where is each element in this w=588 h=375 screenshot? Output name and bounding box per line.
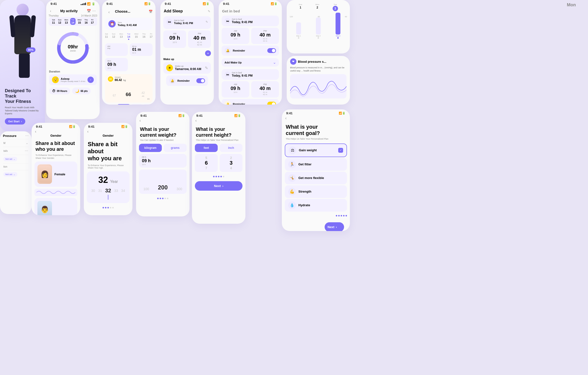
weight-scroll-area[interactable]: 100 200 300	[139, 169, 187, 194]
pressure-menu[interactable]: ⋯	[25, 134, 29, 138]
age-32-active[interactable]: 32	[105, 188, 111, 194]
back-icon[interactable]: ‹	[50, 9, 51, 13]
ds-tue[interactable]: Tue14	[127, 33, 130, 40]
wsa-200-active[interactable]: 200	[158, 184, 168, 191]
activity-card: 9:41 📶 🔋 ‹ My activity 📅 ⋯ Thursday 14 M…	[46, 0, 100, 119]
kilograms-btn[interactable]: kilograms	[117, 104, 130, 105]
kg-button[interactable]: kilogram	[139, 144, 162, 152]
goal-flexible[interactable]: 🤸 Get more flexible	[285, 172, 347, 184]
back-button-3[interactable]: ‹	[105, 8, 113, 15]
weight-info: Weight 66.42 kg	[115, 76, 126, 82]
goal-strength[interactable]: 💪 Strength	[285, 185, 347, 198]
wp-66-active[interactable]: 66	[126, 92, 131, 97]
hsr-feet[interactable]: 5 6 7	[195, 154, 218, 172]
grams-button[interactable]: grams	[164, 144, 187, 152]
inch-button[interactable]: inch	[220, 144, 242, 152]
back-button-12[interactable]: ‹	[282, 114, 290, 121]
ds-thu[interactable]: Thu16	[142, 33, 146, 40]
not-set-btn-1[interactable]: Not set ⌄	[3, 157, 17, 161]
wsa-100[interactable]: 100	[143, 187, 149, 191]
day-sun[interactable]: Sun12	[57, 18, 63, 25]
asleep-card[interactable]: 😴 Asleep People usually need 7–9 hrs ›	[49, 74, 97, 85]
back-button-8[interactable]: ‹	[32, 127, 40, 134]
stone-btn[interactable]: stone	[143, 104, 153, 105]
calendar-icon-3[interactable]: 📅	[149, 10, 153, 13]
ds-wed[interactable]: Wed15	[134, 33, 138, 40]
weight-picker[interactable]: 67 66 .42.43	[108, 83, 150, 97]
rem-bed-icon: 🛏	[224, 18, 230, 24]
day-wed[interactable]: Wed15	[76, 18, 82, 25]
age-34[interactable]: 34	[121, 189, 125, 193]
ds-mon[interactable]: Mon13	[119, 33, 123, 40]
ds-fri[interactable]: Fri17	[150, 33, 153, 40]
ds-sun[interactable]: Sun12	[112, 33, 116, 40]
goals-next-button[interactable]: Next ›	[325, 222, 344, 231]
day-fri[interactable]: Fri17	[90, 18, 95, 25]
rem-bed-info-2: Get in bed Today, 9:41 PM	[232, 71, 253, 77]
goals-card: 9:41 📶🔋 ‹ What is yourcurrent goal? This…	[282, 110, 350, 231]
wsa-nums-row[interactable]: 100 200 300	[139, 172, 187, 191]
back-button-9[interactable]: ‹	[84, 127, 92, 134]
age-scroll-row[interactable]: 30 31 32 33 34	[90, 188, 126, 194]
weight-units-row[interactable]: kilograms pounds stone	[105, 104, 153, 105]
details-menu[interactable]: ⋯	[25, 149, 28, 153]
age-picker-area[interactable]: 32 Year 30 31 32 33 34	[87, 171, 129, 203]
wsa-300[interactable]: 300	[176, 187, 182, 191]
next-button-11[interactable]: Next ›	[195, 181, 242, 191]
wp-67[interactable]: 67	[113, 94, 116, 97]
back-button-10[interactable]: ‹	[136, 116, 144, 123]
hsr-inch[interactable]: 2 3 4	[220, 154, 242, 172]
time-value: Today, 9:41 AM	[118, 23, 137, 26]
goal-gain-weight[interactable]: ⚖ Gain weight ✓	[285, 143, 347, 157]
gender-wave	[34, 189, 77, 196]
age-31[interactable]: 31	[98, 189, 102, 193]
dot-1	[298, 37, 299, 39]
pressure-title: Pressure	[3, 134, 17, 138]
not-set-btn-2[interactable]: Not set ⌄	[3, 172, 17, 176]
get-started-button[interactable]: Get Start ›	[5, 118, 25, 124]
reminder-toggle-5b[interactable]	[267, 102, 276, 105]
bed-edit-icon[interactable]: ✎	[206, 20, 208, 23]
stats-row: ⏱ 09 Hours 🌙 66 pts	[46, 88, 100, 94]
male-card[interactable]: 👨	[34, 198, 77, 215]
reminder-toggle-5[interactable]	[267, 48, 276, 53]
age-33[interactable]: 33	[114, 189, 118, 193]
asleep-arrow-button[interactable]: ›	[87, 77, 94, 83]
clock-hours: 09hr	[68, 44, 78, 50]
feet-button[interactable]: feet	[195, 144, 218, 152]
age-30[interactable]: 30	[91, 189, 95, 193]
goal-hydrate[interactable]: 💧 Hydrate	[285, 199, 347, 211]
female-card[interactable]: 👩 Female	[34, 162, 77, 187]
goal-get-fitter[interactable]: 🏃 Get fitter	[285, 158, 347, 171]
reminder-toggle-4[interactable]	[196, 78, 205, 83]
edit-icon-4[interactable]: ✎	[208, 10, 210, 13]
status-bar-11: 9:41 📶🔋	[192, 112, 245, 118]
bp-chart	[290, 74, 346, 99]
day-scroll-3[interactable]: Sat11 Sun12 Mon13 Tue14 Wed15 Thu16 Fri1…	[102, 32, 156, 41]
calendar-icon[interactable]: 📅	[87, 9, 91, 13]
day-sat[interactable]: Sat11	[51, 18, 56, 25]
gender-section-title-8: Share a bit aboutwho you are	[32, 138, 80, 154]
wd-tue-active[interactable]: Tue3	[333, 3, 338, 11]
wd-sun[interactable]: Sun1	[299, 3, 302, 11]
pounds-btn[interactable]: pounds	[131, 104, 142, 105]
gain-weight-check: ✓	[338, 148, 343, 153]
plus-button-4[interactable]: +	[205, 50, 211, 56]
chevron-down-add-wake[interactable]: ⌄	[273, 60, 276, 65]
ds-sat[interactable]: Sat11	[105, 33, 108, 40]
day-selector[interactable]: Sat11 Sun12 Mon13 Tue14 Wed15 Thu16 Fri1…	[49, 17, 97, 26]
wake-edit-icon[interactable]: ✎	[205, 66, 208, 70]
day-mon[interactable]: Mon13	[63, 18, 69, 25]
wp-42[interactable]: .42.43	[141, 91, 145, 97]
day-tue-active[interactable]: Tue14	[70, 18, 75, 25]
get-in-bed-card: 🛏 Get in bed Today, 9:41 PM ✎	[163, 16, 211, 29]
back-button-11[interactable]: ‹	[192, 116, 200, 123]
week-day-row[interactable]: Sun1 Mon2 Tue3	[290, 2, 346, 12]
menu-icon[interactable]: ⋯	[92, 9, 96, 13]
chevron-am[interactable]: ⌄	[26, 141, 28, 145]
wd-mon[interactable]: Mon2	[315, 3, 319, 11]
hero-subtitle: Reach Your Health Goals With Tailored Da…	[5, 106, 40, 115]
clock-3: 3	[89, 47, 90, 49]
day-thu[interactable]: Thu16	[84, 18, 89, 25]
height-scroll-row[interactable]: 5 6 7 2 3 4	[192, 154, 245, 172]
